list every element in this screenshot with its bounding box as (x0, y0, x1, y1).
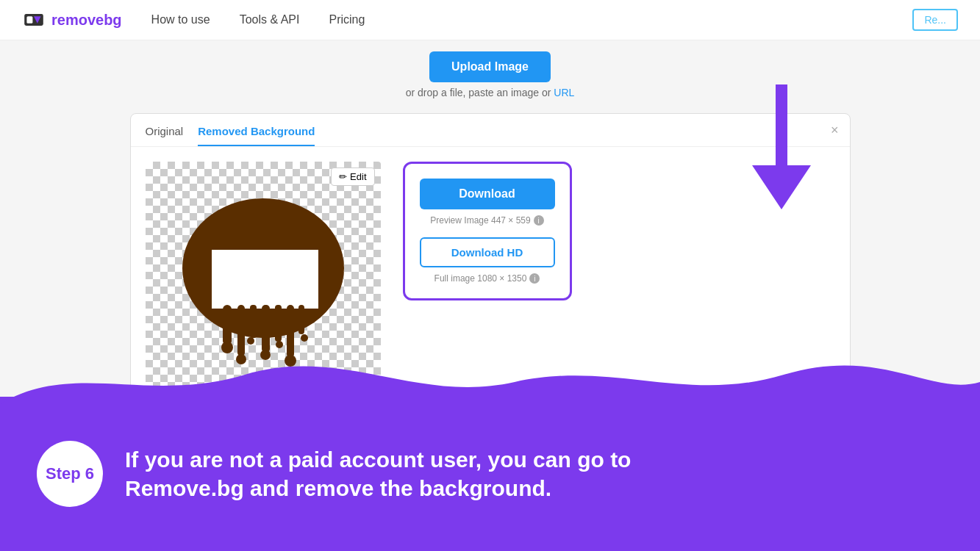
nav-how-to-use[interactable]: How to use (151, 13, 210, 26)
logo[interactable]: removebg (22, 8, 122, 32)
step-circle: Step 6 (37, 441, 103, 507)
svg-rect-11 (298, 305, 304, 334)
step-label: Step 6 (46, 464, 94, 483)
edit-button[interactable]: ✏ Edit (331, 168, 374, 186)
svg-point-12 (221, 342, 233, 353)
svg-rect-8 (262, 305, 270, 353)
preview-info: Preview Image 447 × 559 i (420, 215, 555, 226)
nav-tools-api[interactable]: Tools & API (240, 13, 300, 26)
svg-rect-4 (212, 250, 318, 309)
step-content: Step 6 If you are not a paid account use… (0, 397, 980, 551)
svg-point-17 (276, 341, 283, 348)
full-info: Full image 1080 × 1350 i (420, 273, 555, 284)
preview-info-icon[interactable]: i (534, 215, 544, 226)
header: removebg How to use Tools & API Pricing … (0, 0, 980, 40)
svg-rect-7 (250, 305, 257, 338)
svg-rect-9 (275, 305, 282, 342)
tab-original[interactable]: Original (146, 125, 184, 146)
logo-icon (22, 8, 46, 32)
main-nav: How to use Tools & API Pricing (151, 13, 365, 26)
header-right-button[interactable]: Re... (912, 9, 958, 31)
download-button[interactable]: Download (420, 179, 555, 209)
download-hd-button[interactable]: Download HD (420, 237, 555, 267)
svg-rect-6 (237, 305, 245, 356)
svg-rect-10 (287, 305, 294, 358)
logo-text: removebg (51, 12, 122, 29)
upload-bar: Upload Image or drop a file, paste an im… (0, 40, 980, 106)
svg-rect-5 (223, 305, 232, 345)
full-info-icon[interactable]: i (529, 273, 540, 284)
content-wrapper: Upload Image or drop a file, paste an im… (0, 40, 980, 551)
svg-point-18 (301, 334, 308, 342)
close-button[interactable]: × (831, 123, 839, 138)
upload-button[interactable]: Upload Image (429, 51, 551, 82)
step-description: If you are not a paid account user, you … (125, 445, 631, 503)
tab-removed-background[interactable]: Removed Background (198, 125, 315, 146)
upload-hint: or drop a file, paste an image or URL (406, 87, 575, 98)
svg-point-16 (247, 337, 254, 345)
url-link[interactable]: URL (554, 87, 574, 98)
download-panel: Download Preview Image 447 × 559 i Downl… (403, 162, 572, 300)
logo-bg: bg (104, 12, 121, 28)
svg-rect-1 (26, 16, 32, 24)
logo-remove: remove (51, 12, 104, 28)
svg-marker-20 (752, 165, 811, 209)
nav-pricing[interactable]: Pricing (329, 13, 365, 26)
card-tabs: Original Removed Background (131, 114, 850, 147)
purple-arrow (752, 84, 811, 220)
